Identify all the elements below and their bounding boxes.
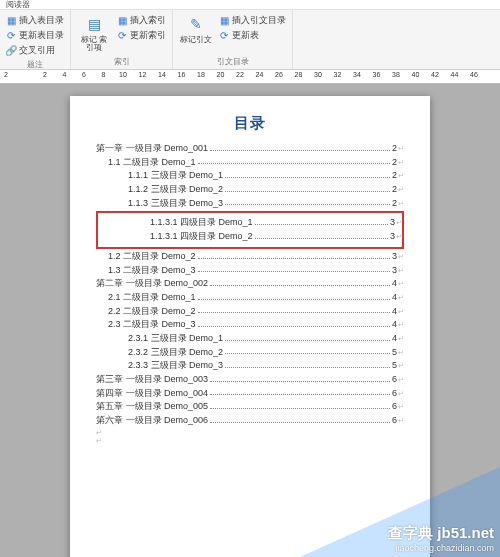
toc-label: 1.1.2 三级目录 Demo_2 bbox=[128, 184, 223, 196]
mark-citation-button[interactable]: ✎ 标记引文 bbox=[179, 14, 213, 44]
paragraph-mark: ↵ bbox=[96, 429, 404, 437]
toc-label: 第三章 一级目录 Demo_003 bbox=[96, 374, 208, 386]
toc-leader bbox=[210, 150, 390, 151]
toc-page: 6 bbox=[392, 374, 397, 386]
group-label-caption: 题注 bbox=[6, 59, 64, 70]
toc-page: 4 bbox=[392, 306, 397, 318]
toc-page: 4 bbox=[392, 333, 397, 345]
group-label-citation: 引文目录 bbox=[179, 56, 286, 67]
toc-label: 1.1.3.1 四级目录 Demo_1 bbox=[150, 217, 253, 229]
toc-leader bbox=[225, 204, 390, 205]
toc-label: 2.3.1 三级目录 Demo_1 bbox=[128, 333, 223, 345]
toc-page: 2 bbox=[392, 157, 397, 169]
mark-index-button[interactable]: ▤ 标记 索引项 bbox=[77, 14, 111, 52]
toc-leader bbox=[210, 285, 390, 286]
toc-label: 2.1 二级目录 Demo_1 bbox=[108, 292, 196, 304]
toc-title: 目录 bbox=[96, 114, 404, 133]
ribbon-group-citation: ✎ 标记引文 ▦插入引文目录 ⟳更新表 引文目录 bbox=[173, 10, 293, 69]
toc-line: 2.3.3 三级目录 Demo_35↵ bbox=[96, 360, 404, 372]
toc-leader bbox=[225, 340, 390, 341]
toc-leader bbox=[255, 224, 388, 225]
toc-line: 第三章 一级目录 Demo_0036↵ bbox=[96, 374, 404, 386]
toc-line: 第四章 一级目录 Demo_0046↵ bbox=[96, 388, 404, 400]
toc-line: 1.1.3.1 四级目录 Demo_13↵ bbox=[98, 217, 402, 229]
toc-line: 第六章 一级目录 Demo_0066↵ bbox=[96, 415, 404, 427]
toc-leader bbox=[198, 271, 390, 272]
ribbon: 阅读器 ▦插入表目录 ⟳更新表目录 🔗交叉引用 题注 ▤ 标记 索引项 bbox=[0, 0, 500, 70]
ribbon-group-caption: ▦插入表目录 ⟳更新表目录 🔗交叉引用 题注 bbox=[0, 10, 71, 69]
mark-citation-icon: ✎ bbox=[186, 14, 206, 34]
toc-label: 1.3 二级目录 Demo_3 bbox=[108, 265, 196, 277]
toc-page: 2 bbox=[392, 184, 397, 196]
toc-label: 1.1 二级目录 Demo_1 bbox=[108, 157, 196, 169]
toc-page: 3 bbox=[392, 265, 397, 277]
toc-label: 2.3 二级目录 Demo_3 bbox=[108, 319, 196, 331]
toc-label: 第六章 一级目录 Demo_006 bbox=[96, 415, 208, 427]
toc-leader bbox=[210, 422, 390, 423]
toc-leader bbox=[225, 367, 390, 368]
insert-index-button[interactable]: ▦插入索引 bbox=[117, 14, 166, 27]
toc-label: 1.1.3.1 四级目录 Demo_2 bbox=[150, 231, 253, 243]
toc-page: 3 bbox=[390, 217, 395, 229]
toc-line: 1.1.1 三级目录 Demo_12↵ bbox=[96, 170, 404, 182]
toc-label: 1.2 二级目录 Demo_2 bbox=[108, 251, 196, 263]
toc-leader bbox=[198, 312, 390, 313]
update-index-button[interactable]: ⟳更新索引 bbox=[117, 29, 166, 42]
toc-page: 3 bbox=[392, 251, 397, 263]
tab-bar: 阅读器 bbox=[0, 0, 500, 10]
toc-leader bbox=[210, 381, 390, 382]
toc-page: 6 bbox=[392, 415, 397, 427]
mark-index-icon: ▤ bbox=[84, 14, 104, 34]
toc-line: 2.1 二级目录 Demo_14↵ bbox=[96, 292, 404, 304]
toc-page: 6 bbox=[392, 401, 397, 413]
toc-line: 1.1 二级目录 Demo_12↵ bbox=[96, 157, 404, 169]
toc-page: 6 bbox=[392, 388, 397, 400]
toc-page: 2 bbox=[392, 198, 397, 210]
toc-page: 3 bbox=[390, 231, 395, 243]
toc-leader bbox=[225, 191, 390, 192]
toc-label: 第二章 一级目录 Demo_002 bbox=[96, 278, 208, 290]
update-toc-button[interactable]: ⟳更新表目录 bbox=[6, 29, 64, 42]
ribbon-group-index: ▤ 标记 索引项 ▦插入索引 ⟳更新索引 索引 bbox=[71, 10, 173, 69]
tab-reader[interactable]: 阅读器 bbox=[6, 0, 30, 10]
watermark-line1: 查字典 jb51.net bbox=[388, 524, 494, 543]
ruler: 2246810121416182022242628303234363840424… bbox=[0, 70, 500, 84]
paragraph-mark: ↵ bbox=[96, 437, 404, 445]
watermark-line2: jiaocheng.chazidian.com bbox=[395, 543, 494, 553]
toc-leader bbox=[225, 353, 390, 354]
toc-body: 第一章 一级目录 Demo_0012↵1.1 二级目录 Demo_12↵1.1.… bbox=[96, 143, 404, 427]
toc-page: 4 bbox=[392, 319, 397, 331]
insert-toc-button[interactable]: ▦插入表目录 bbox=[6, 14, 64, 27]
toc-line: 1.1.3.1 四级目录 Demo_23↵ bbox=[98, 231, 402, 243]
toc-line: 2.3.1 三级目录 Demo_14↵ bbox=[96, 333, 404, 345]
toc-line: 2.3.2 三级目录 Demo_25↵ bbox=[96, 347, 404, 359]
group-label-index: 索引 bbox=[77, 56, 166, 67]
watermark-text: 查字典 jb51.net jiaocheng.chazidian.com bbox=[300, 497, 500, 557]
toc-leader bbox=[255, 238, 388, 239]
toc-page: 5 bbox=[392, 360, 397, 372]
toc-page: 5 bbox=[392, 347, 397, 359]
toc-line: 2.3 二级目录 Demo_34↵ bbox=[96, 319, 404, 331]
toc-leader bbox=[210, 394, 390, 395]
toc-line: 第五章 一级目录 Demo_0056↵ bbox=[96, 401, 404, 413]
highlight-box: 1.1.3.1 四级目录 Demo_13↵1.1.3.1 四级目录 Demo_2… bbox=[96, 211, 404, 248]
toc-line: 1.1.2 三级目录 Demo_22↵ bbox=[96, 184, 404, 196]
toc-label: 第五章 一级目录 Demo_005 bbox=[96, 401, 208, 413]
toc-line: 1.3 二级目录 Demo_33↵ bbox=[96, 265, 404, 277]
toc-leader bbox=[210, 408, 390, 409]
toc-leader bbox=[198, 258, 390, 259]
cross-ref-button[interactable]: 🔗交叉引用 bbox=[6, 44, 64, 57]
toc-label: 2.3.2 三级目录 Demo_2 bbox=[128, 347, 223, 359]
toc-label: 第一章 一级目录 Demo_001 bbox=[96, 143, 208, 155]
toc-line: 1.1.3 三级目录 Demo_32↵ bbox=[96, 198, 404, 210]
toc-line: 2.2 二级目录 Demo_24↵ bbox=[96, 306, 404, 318]
insert-citation-button[interactable]: ▦插入引文目录 bbox=[219, 14, 286, 27]
toc-label: 1.1.1 三级目录 Demo_1 bbox=[128, 170, 223, 182]
update-citation-button[interactable]: ⟳更新表 bbox=[219, 29, 286, 42]
toc-line: 第二章 一级目录 Demo_0024↵ bbox=[96, 278, 404, 290]
toc-leader bbox=[225, 177, 390, 178]
toc-label: 2.2 二级目录 Demo_2 bbox=[108, 306, 196, 318]
toc-page: 2 bbox=[392, 143, 397, 155]
toc-page: 4 bbox=[392, 292, 397, 304]
toc-leader bbox=[198, 299, 390, 300]
